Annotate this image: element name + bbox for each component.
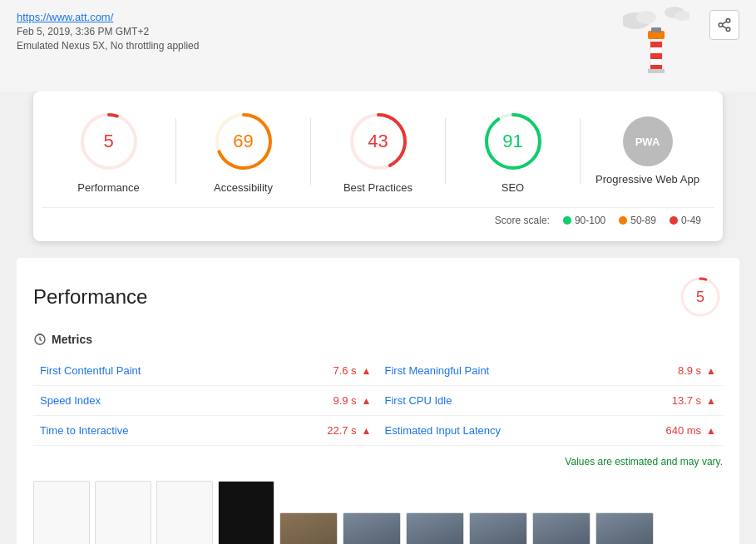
metric-time-to-interactive: Time to Interactive 22.7 s ▲ [33, 416, 378, 446]
metric-val-tti: 22.7 s [327, 424, 356, 437]
film-frame-1 [33, 481, 90, 544]
film-img-7 [407, 513, 463, 544]
warn-triangle-fci: ▲ [706, 395, 716, 407]
warn-triangle-eil: ▲ [706, 425, 716, 437]
gauge-seo: 91 [480, 108, 546, 175]
warn-triangle-fcp: ▲ [362, 365, 372, 377]
score-label-seo: SEO [502, 181, 524, 194]
svg-rect-5 [650, 42, 662, 47]
metric-val-fcp: 7.6 s [333, 364, 356, 377]
scale-item-orange: 50-89 [619, 215, 656, 226]
gauge-value-seo: 91 [502, 131, 522, 152]
film-frame-3 [156, 481, 213, 544]
metric-estimated-input-latency: Estimated Input Latency 640 ms ▲ [378, 416, 724, 446]
film-img-8 [470, 513, 526, 544]
svg-rect-6 [650, 53, 662, 59]
metric-name-eil: Estimated Input Latency [385, 424, 501, 437]
share-button[interactable] [709, 10, 739, 40]
score-card-performance[interactable]: 5 Performance [42, 108, 175, 194]
film-frame-5 [279, 512, 338, 544]
score-card-pwa[interactable]: PWA Progressive Web App [581, 116, 714, 185]
metric-value-fci: 13.7 s ▲ [672, 394, 716, 407]
metrics-header: Metrics [33, 333, 723, 346]
performance-header: Performance 5 [33, 274, 723, 319]
metric-value-eil: 640 ms ▲ [665, 424, 716, 437]
metrics-row-2: Speed Index 9.9 s ▲ First CPU Idle 13.7 … [33, 386, 723, 416]
values-note: Values are estimated and may vary. [33, 453, 723, 467]
metric-first-contentful-paint: First Contentful Paint 7.6 s ▲ [33, 356, 378, 386]
film-frame-8 [469, 512, 527, 544]
gauge-value-best-practices: 43 [368, 131, 388, 152]
warn-triangle-si: ▲ [362, 395, 372, 407]
filmstrip: Make moments together [33, 481, 723, 544]
metric-speed-index: Speed Index 9.9 s ▲ [33, 386, 378, 416]
svg-line-15 [722, 22, 726, 24]
gauge-performance: 5 [76, 108, 142, 175]
gauge-value-accessibility: 69 [233, 131, 253, 152]
warn-triangle-fmp: ▲ [706, 365, 716, 377]
svg-line-14 [722, 26, 726, 28]
scale-label: Score scale: [495, 215, 550, 226]
scale-dot-green [563, 216, 571, 225]
metric-value-tti: 22.7 s ▲ [327, 424, 371, 437]
film-frame-6 [343, 512, 401, 544]
scale-dot-orange [619, 216, 627, 225]
scale-range-green: 90-100 [575, 215, 605, 226]
lighthouse-illustration [623, 4, 689, 83]
score-label-best-practices: Best Practices [343, 181, 413, 194]
performance-score-circle: 5 [678, 274, 723, 319]
metric-name-si: Speed Index [40, 394, 101, 407]
svg-rect-9 [651, 27, 661, 32]
score-label-pwa: Progressive Web App [595, 173, 699, 185]
metric-value-fmp: 8.9 s ▲ [678, 364, 716, 377]
film-frame-10 [595, 512, 654, 544]
metric-value-si: 9.9 s ▲ [333, 394, 371, 407]
metrics-label: Metrics [52, 333, 92, 346]
score-scale: Score scale: 90-100 50-89 0-49 [42, 207, 714, 233]
svg-point-12 [719, 23, 723, 27]
performance-score-value: 5 [696, 289, 704, 306]
metric-val-fci: 13.7 s [672, 394, 701, 407]
film-frame-9 [532, 512, 590, 544]
film-img-10 [596, 513, 653, 544]
svg-rect-10 [648, 69, 665, 73]
metrics-row-1: First Contentful Paint 7.6 s ▲ First Mea… [33, 356, 723, 386]
score-cards: 5 Performance 69 Accessibility [42, 108, 714, 194]
metric-val-fmp: 8.9 s [678, 364, 701, 377]
metric-name-fcp: First Contentful Paint [40, 364, 141, 377]
svg-point-13 [726, 27, 730, 32]
gauge-value-performance: 5 [103, 131, 113, 152]
metric-name-tti: Time to Interactive [40, 424, 128, 437]
score-label-performance: Performance [77, 181, 139, 194]
header: https://www.att.com/ Feb 5, 2019, 3:36 P… [0, 0, 756, 91]
scale-item-green: 90-100 [563, 215, 605, 226]
film-frame-4: Make moments together [218, 481, 274, 544]
metrics-table: First Contentful Paint 7.6 s ▲ First Mea… [33, 356, 723, 446]
film-img-6 [343, 513, 400, 544]
score-card-best-practices[interactable]: 43 Best Practices [311, 108, 445, 194]
scale-range-orange: 50-89 [630, 215, 656, 226]
svg-point-1 [636, 11, 656, 24]
scale-dot-red [670, 216, 678, 225]
metric-val-eil: 640 ms [665, 424, 701, 437]
gauge-best-practices: 43 [345, 108, 412, 175]
svg-point-11 [726, 19, 730, 23]
performance-title: Performance [33, 285, 147, 309]
scale-item-red: 0-49 [670, 215, 701, 226]
metrics-row-3: Time to Interactive 22.7 s ▲ Estimated I… [33, 416, 723, 446]
metric-value-fcp: 7.6 s ▲ [333, 364, 371, 377]
score-label-accessibility: Accessibility [214, 181, 273, 194]
metric-name-fmp: First Meaningful Paint [385, 364, 490, 377]
score-panel: 5 Performance 69 Accessibility [33, 91, 723, 241]
site-url[interactable]: https://www.att.com/ [17, 11, 113, 23]
pwa-badge: PWA [623, 116, 673, 166]
performance-section: Performance 5 Metrics First Contentful P… [17, 258, 739, 544]
timer-icon [33, 333, 47, 346]
score-card-accessibility[interactable]: 69 Accessibility [176, 108, 310, 194]
score-card-seo[interactable]: 91 SEO [446, 108, 580, 194]
metric-first-cpu-idle: First CPU Idle 13.7 s ▲ [378, 386, 724, 416]
film-img-5 [280, 513, 337, 544]
metric-first-meaningful-paint: First Meaningful Paint 8.9 s ▲ [378, 356, 724, 386]
film-img-9 [533, 513, 590, 544]
metric-name-fci: First CPU Idle [385, 394, 452, 407]
